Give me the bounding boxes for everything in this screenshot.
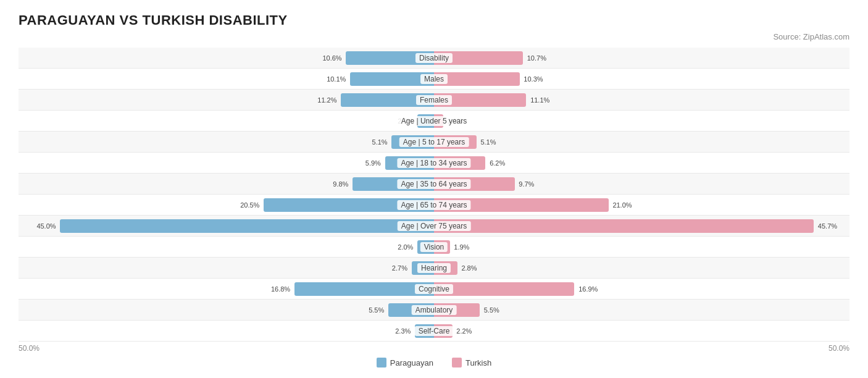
- value-left: 2.7%: [392, 264, 407, 272]
- source: Source: ZipAtlas.com: [19, 32, 849, 41]
- table-row: 2.7%2.8%Hearing: [19, 258, 849, 279]
- table-row: 20.5%21.0%Age | 65 to 74 years: [19, 195, 849, 216]
- legend-item: Turkish: [452, 358, 491, 368]
- center-label: Age | 5 to 17 years: [399, 137, 469, 147]
- center-label: Age | 35 to 64 years: [397, 179, 470, 189]
- center-label: Ambulatory: [412, 305, 457, 315]
- value-right: 11.1%: [530, 96, 549, 104]
- value-right: 1.9%: [454, 243, 469, 251]
- center-label: Age | 18 to 34 years: [397, 158, 470, 168]
- bar-left: [60, 219, 434, 233]
- legend-color-box: [377, 358, 386, 368]
- table-row: 45.0%45.7%Age | Over 75 years: [19, 216, 849, 237]
- axis-row: 50.0% 50.0%: [19, 344, 849, 353]
- bar-container: 2.0%1.1%Age | Under 5 years: [19, 114, 849, 128]
- center-label: Age | 65 to 74 years: [397, 200, 470, 210]
- value-left: 9.8%: [333, 180, 348, 188]
- value-right: 2.8%: [461, 264, 477, 272]
- bar-container: 10.1%10.3%Males: [19, 72, 849, 86]
- value-right: 45.7%: [818, 222, 837, 230]
- bar-container: 5.1%5.1%Age | 5 to 17 years: [19, 135, 849, 149]
- bar-container: 10.6%10.7%Disability: [19, 51, 849, 65]
- chart-area: 10.6%10.7%Disability10.1%10.3%Males11.2%…: [19, 48, 849, 342]
- bar-container: 5.9%6.2%Age | 18 to 34 years: [19, 156, 849, 170]
- center-label: Cognitive: [415, 284, 453, 294]
- center-label: Males: [420, 74, 448, 84]
- bar-container: 9.8%9.7%Age | 35 to 64 years: [19, 177, 849, 191]
- value-right: 9.7%: [519, 180, 534, 188]
- value-left: 2.3%: [395, 327, 411, 335]
- table-row: 2.0%1.1%Age | Under 5 years: [19, 111, 849, 132]
- value-left: 5.5%: [369, 306, 384, 314]
- axis-left: 50.0%: [19, 344, 40, 353]
- legend-label: Paraguayan: [390, 358, 433, 368]
- title: PARAGUAYAN VS TURKISH DISABILITY: [19, 12, 849, 28]
- legend: ParaguayanTurkish: [19, 358, 849, 368]
- table-row: 2.0%1.9%Vision: [19, 237, 849, 258]
- bar-right: [434, 219, 814, 233]
- table-row: 10.6%10.7%Disability: [19, 48, 849, 69]
- center-label: Age | Under 5 years: [398, 116, 471, 126]
- center-label: Age | Over 75 years: [398, 221, 471, 231]
- center-label: Disability: [415, 53, 453, 63]
- table-row: 9.8%9.7%Age | 35 to 64 years: [19, 174, 849, 195]
- table-row: 10.1%10.3%Males: [19, 69, 849, 90]
- legend-item: Paraguayan: [377, 358, 433, 368]
- value-right: 5.5%: [484, 306, 499, 314]
- value-left: 20.5%: [240, 201, 259, 209]
- legend-color-box: [452, 358, 462, 368]
- center-label: Self-Care: [415, 326, 454, 336]
- value-left: 2.0%: [398, 243, 413, 251]
- bar-container: 5.5%5.5%Ambulatory: [19, 303, 849, 317]
- value-left: 45.0%: [36, 222, 56, 230]
- center-label: Females: [416, 95, 452, 105]
- value-left: 5.9%: [365, 159, 381, 167]
- axis-right: 50.0%: [828, 344, 849, 353]
- value-right: 16.9%: [578, 285, 598, 293]
- bar-container: 2.0%1.9%Vision: [19, 240, 849, 254]
- value-right: 2.2%: [456, 327, 472, 335]
- table-row: 5.1%5.1%Age | 5 to 17 years: [19, 132, 849, 153]
- bar-container: 16.8%16.9%Cognitive: [19, 282, 849, 296]
- value-right: 10.3%: [524, 75, 543, 83]
- value-right: 10.7%: [527, 54, 546, 62]
- value-left: 11.2%: [317, 96, 336, 104]
- bar-container: 2.3%2.2%Self-Care: [19, 324, 849, 338]
- value-left: 10.6%: [322, 54, 341, 62]
- bar-right: [434, 282, 574, 296]
- value-left: 5.1%: [372, 138, 388, 146]
- center-label: Hearing: [417, 263, 451, 273]
- bar-left: [294, 282, 434, 296]
- table-row: 5.9%6.2%Age | 18 to 34 years: [19, 153, 849, 174]
- center-label: Vision: [420, 242, 448, 252]
- table-row: 16.8%16.9%Cognitive: [19, 279, 849, 300]
- legend-label: Turkish: [465, 358, 491, 368]
- value-left: 16.8%: [271, 285, 290, 293]
- value-left: 10.1%: [327, 75, 346, 83]
- bar-container: 20.5%21.0%Age | 65 to 74 years: [19, 198, 849, 212]
- value-right: 6.2%: [490, 159, 505, 167]
- table-row: 5.5%5.5%Ambulatory: [19, 300, 849, 321]
- bar-container: 11.2%11.1%Females: [19, 93, 849, 107]
- value-right: 21.0%: [612, 201, 632, 209]
- value-right: 5.1%: [480, 138, 496, 146]
- bar-container: 45.0%45.7%Age | Over 75 years: [19, 219, 849, 233]
- table-row: 11.2%11.1%Females: [19, 90, 849, 111]
- table-row: 2.3%2.2%Self-Care: [19, 321, 849, 342]
- bar-container: 2.7%2.8%Hearing: [19, 261, 849, 275]
